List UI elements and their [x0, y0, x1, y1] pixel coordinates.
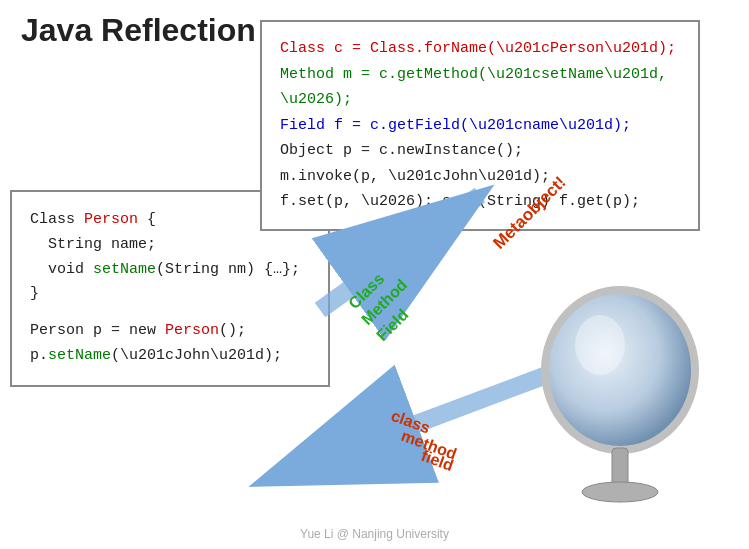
lower-label-method: method: [399, 427, 459, 463]
left-code-line-5: Person p = new Person();: [30, 319, 310, 344]
mirror-highlight: [575, 315, 625, 375]
left-code-line-2: String name;: [30, 233, 310, 258]
lower-arrow: [400, 370, 560, 430]
mirror-frame: [545, 290, 695, 450]
right-code-line-6: f.set(p, \u2026); s = (String) f.get(p);: [280, 189, 680, 215]
left-code-line-4: }: [30, 282, 310, 307]
upper-label-field: Field: [373, 306, 411, 344]
lower-label-class: class: [389, 407, 433, 437]
right-code-line-2: Method m = c.getMethod(\u201csetName\u20…: [280, 62, 680, 113]
right-code-line-5: m.invoke(p, \u201cJohn\u201d);: [280, 164, 680, 190]
right-code-box: Class c = Class.forName(\u201cPerson\u20…: [260, 20, 700, 231]
mirror-stand-vertical: [612, 448, 628, 488]
mirror-glass: [545, 290, 695, 450]
upper-label-method: Method: [358, 276, 410, 328]
upper-label-class: Class: [345, 270, 387, 312]
mirror-stand-base: [582, 482, 658, 502]
right-code-line-4: Object p = c.newInstance();: [280, 138, 680, 164]
left-code-line-3: void setName(String nm) {…};: [30, 258, 310, 283]
footer-text: Yue Li @ Nanjing University: [300, 527, 449, 541]
lower-label-field: field: [419, 447, 456, 474]
page-title: Java Reflection: [21, 12, 256, 49]
right-code-line-3: Field f = c.getField(\u201cname\u201d);: [280, 113, 680, 139]
left-code-line-6: p.setName(\u201cJohn\u201d);: [30, 344, 310, 369]
right-code-line-1: Class c = Class.forName(\u201cPerson\u20…: [280, 36, 680, 62]
